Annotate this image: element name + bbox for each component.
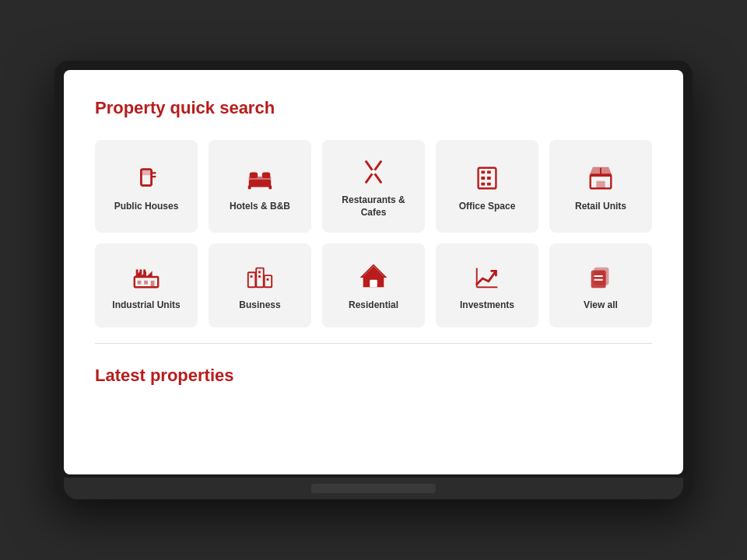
svg-rect-8 <box>262 172 270 178</box>
svg-rect-38 <box>251 275 253 278</box>
svg-rect-49 <box>592 271 605 288</box>
card-hotels-bb-label: Hotels & B&B <box>230 201 290 213</box>
svg-rect-34 <box>143 270 146 278</box>
card-investments-label: Investments <box>460 299 514 312</box>
card-office-space-label: Office Space <box>459 201 516 213</box>
card-view-all-label: View all <box>584 299 618 312</box>
svg-rect-16 <box>487 170 491 173</box>
svg-rect-5 <box>249 180 272 187</box>
svg-rect-31 <box>151 281 155 288</box>
quick-search-title: Property quick search <box>95 98 652 118</box>
card-view-all[interactable]: View all <box>549 243 652 327</box>
card-residential-label: Residential <box>349 299 398 312</box>
screen-content: Property quick search Public Houses <box>64 70 683 431</box>
svg-rect-33 <box>139 270 142 278</box>
business-icon <box>245 262 275 292</box>
svg-rect-39 <box>258 271 261 274</box>
card-business[interactable]: Business <box>209 243 311 327</box>
latest-properties-title: Latest properties <box>95 366 652 386</box>
hotels-icon <box>245 163 275 193</box>
card-residential[interactable]: Residential <box>322 243 425 327</box>
svg-point-13 <box>371 170 376 174</box>
laptop-screen: Property quick search Public Houses <box>64 70 683 474</box>
card-restaurants[interactable]: Restaurants & Cafes <box>322 140 425 233</box>
restaurants-icon <box>359 157 388 187</box>
svg-rect-19 <box>481 182 485 185</box>
card-investments[interactable]: Investments <box>436 243 538 327</box>
public-houses-icon <box>132 163 161 193</box>
card-business-label: Business <box>239 299 280 312</box>
svg-rect-29 <box>138 281 142 285</box>
svg-rect-36 <box>256 268 264 288</box>
svg-rect-15 <box>481 170 485 173</box>
card-retail-units[interactable]: Retail Units <box>549 140 652 233</box>
svg-rect-32 <box>136 270 139 278</box>
card-row-2: Industrial Units Business <box>95 243 652 327</box>
svg-rect-37 <box>265 275 272 287</box>
svg-rect-17 <box>481 177 485 180</box>
investments-icon <box>472 262 502 292</box>
svg-rect-18 <box>487 177 491 180</box>
card-retail-units-label: Retail Units <box>575 201 626 213</box>
card-industrial-units[interactable]: Industrial Units <box>95 243 198 327</box>
card-restaurants-label: Restaurants & Cafes <box>330 194 417 219</box>
card-hotels-bb[interactable]: Hotels & B&B <box>209 140 311 233</box>
svg-rect-9 <box>248 185 251 189</box>
industrial-units-icon <box>132 262 161 292</box>
svg-rect-41 <box>267 278 269 281</box>
retail-units-icon <box>586 163 615 193</box>
svg-rect-35 <box>248 273 256 288</box>
svg-rect-22 <box>596 181 605 189</box>
svg-rect-40 <box>258 275 261 278</box>
office-space-icon <box>472 163 502 193</box>
svg-rect-20 <box>487 182 491 185</box>
svg-rect-7 <box>250 172 258 178</box>
laptop-trackpad <box>311 484 436 493</box>
svg-rect-10 <box>268 185 272 189</box>
card-public-houses[interactable]: Public Houses <box>95 140 198 233</box>
section-divider <box>95 343 652 344</box>
residential-icon <box>359 262 388 292</box>
card-office-space[interactable]: Office Space <box>436 140 538 233</box>
laptop-frame: Property quick search Public Houses <box>54 61 693 499</box>
svg-rect-43 <box>370 280 377 288</box>
card-row-1: Public Houses Hotels & B&B <box>95 140 652 233</box>
svg-rect-30 <box>144 281 148 285</box>
card-industrial-units-label: Industrial Units <box>112 299 180 312</box>
laptop-base <box>64 478 683 499</box>
view-all-icon <box>586 262 615 292</box>
card-public-houses-label: Public Houses <box>114 201 179 213</box>
